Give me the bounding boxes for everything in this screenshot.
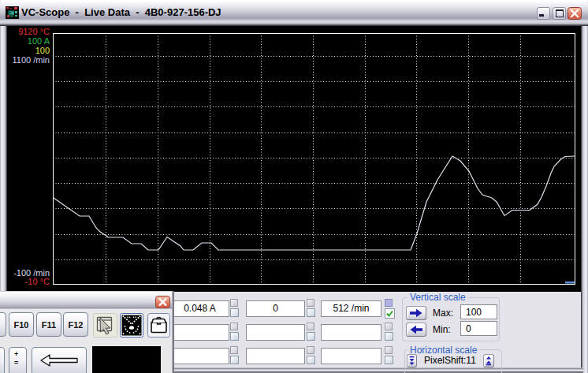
svg-text:1100 /min: 1100 /min [13, 55, 50, 65]
svg-text:9120 °C: 9120 °C [18, 27, 50, 36]
svg-text:-10 °C: -10 °C [25, 277, 50, 286]
svg-text:100: 100 [35, 46, 50, 55]
svg-text:100 A: 100 A [28, 36, 50, 46]
svg-text:-100 /min: -100 /min [13, 268, 50, 278]
